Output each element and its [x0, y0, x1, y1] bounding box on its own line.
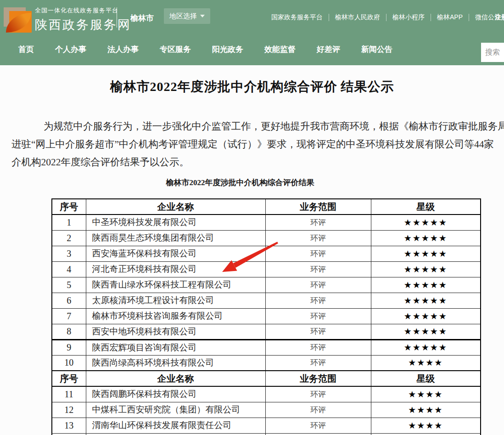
- row-number-cell: 1: [52, 215, 86, 230]
- table-row: 12中煤科工西安研究院（集团）有限公司环评★★★★: [52, 402, 481, 418]
- paragraph-line: 进驻“网上中介服务超市”中介机构考评管理规定（试行）》要求，现将评定的中圣环境科…: [11, 136, 504, 153]
- column-header: 序号: [52, 371, 86, 386]
- table-row: 3西安海蓝环保科技有限公司环评★★★★★: [52, 246, 481, 261]
- table-row: 9陕西宏辉项目咨询有限公司环评★★★★★: [52, 339, 481, 355]
- business-scope-cell: 环评: [265, 261, 371, 277]
- company-name-cell: 陕西尚绿高科环境科技有限公司: [86, 355, 265, 371]
- column-header: 星级: [371, 199, 481, 215]
- business-scope-cell: 环评: [265, 277, 371, 293]
- row-number-cell: 13: [52, 418, 86, 433]
- star-rating-cell: ★★★★★: [371, 261, 481, 277]
- header-link[interactable]: 榆林市人民政府: [329, 13, 386, 22]
- star-rating-cell: ★★★★: [371, 355, 481, 371]
- evaluation-table: 序号企业名称业务范围星级1中圣环境科技发展有限公司环评★★★★★2陕西雨昊生态环…: [51, 198, 481, 435]
- business-scope-cell: 环评: [265, 402, 371, 418]
- star-rating-cell: ★★★★★: [371, 324, 481, 339]
- table-row: 11陕西阔鹏环保科技有限公司环评★★★★: [52, 386, 481, 402]
- column-header: 企业名称: [86, 371, 265, 386]
- table-caption: 榆林市2022年度涉批中介机构综合评价结果: [0, 177, 480, 188]
- main-nav: 首页个人办事法人办事专区服务阳光政务效能监督好差评新闻公告: [18, 44, 392, 55]
- business-scope-cell: 环评: [265, 308, 371, 324]
- row-number-cell: 8: [52, 324, 86, 339]
- business-scope-cell: 环评: [265, 293, 371, 308]
- company-name-cell: 太原核清环境工程设计有限公司: [86, 293, 265, 308]
- nav-item[interactable]: 新闻公告: [361, 44, 392, 55]
- company-name-cell: 陕西阔鹏环保科技有限公司: [86, 386, 265, 402]
- table-header-row: 序号企业名称业务范围星级: [52, 371, 481, 386]
- column-header: 企业名称: [86, 199, 265, 215]
- row-number-cell: 4: [52, 261, 86, 277]
- row-number-cell: 11: [52, 386, 86, 402]
- business-scope-cell: 环评: [265, 355, 371, 371]
- nav-item[interactable]: 好差评: [317, 44, 340, 55]
- company-name-cell: 中圣环境科技发展有限公司: [86, 215, 265, 230]
- company-name-cell: 榆林市环境科技咨询服务有限公司: [86, 308, 265, 324]
- company-name-cell: 中煤科工西安研究院（集团）有限公司: [86, 402, 265, 418]
- nav-item[interactable]: 个人办事: [55, 44, 86, 55]
- paragraph-line: 介机构2022年度综合评价结果予以公示。: [11, 153, 504, 171]
- star-rating-cell: ★★★★★: [371, 308, 481, 324]
- column-header: 序号: [52, 199, 86, 215]
- star-rating-cell: ★★★★★: [371, 230, 481, 246]
- company-name-cell: 西安中地环境科技有限公司: [86, 324, 265, 339]
- company-name-cell: 渭南华山环保科技发展有限责任公司: [86, 418, 265, 433]
- business-scope-cell: 环评: [265, 386, 371, 402]
- nav-item[interactable]: 效能监督: [264, 44, 296, 55]
- masthead: 全国一体化在线政务服务平台 陕西政务服务网 榆林市 地区选择 国家政务服务平台榆…: [0, 0, 504, 65]
- row-number-cell: 12: [52, 402, 86, 418]
- empty-cell: [371, 433, 481, 435]
- star-rating-cell: ★★★★★: [371, 246, 481, 261]
- row-number-cell: 2: [52, 230, 86, 246]
- column-header: 业务范围: [265, 371, 371, 386]
- table-row: 2陕西雨昊生态环境集团有限公司环评★★★★★: [52, 230, 481, 246]
- business-scope-cell: 环评: [265, 339, 371, 355]
- business-scope-cell: 环评: [265, 246, 371, 261]
- empty-cell: [86, 433, 265, 435]
- search-input[interactable]: 搜索: [481, 43, 504, 62]
- paragraph-line: 为规范中介服务行为，进一步强化中介监管工作，更好地提升我市营商环境，根据《榆林市…: [11, 118, 504, 136]
- row-number-cell: 3: [52, 246, 86, 261]
- business-scope-cell: 环评: [265, 230, 371, 246]
- column-header: 星级: [371, 371, 481, 386]
- row-number-cell: 7: [52, 308, 86, 324]
- star-rating-cell: ★★★★★: [371, 293, 481, 308]
- empty-cell: [52, 433, 86, 435]
- header-link[interactable]: 国家政务服务平台: [265, 13, 329, 22]
- brand-divider: [117, 7, 117, 28]
- nav-item[interactable]: 阳光政务: [212, 44, 243, 55]
- nav-item[interactable]: 首页: [18, 44, 34, 55]
- star-rating-cell: ★★★★: [371, 418, 481, 433]
- header-link[interactable]: 榆林小程序: [386, 13, 431, 22]
- column-header: 业务范围: [265, 199, 371, 215]
- table-row: 1中圣环境科技发展有限公司环评★★★★★: [52, 215, 481, 230]
- register-link[interactable]: 注册: [495, 13, 504, 22]
- business-scope-cell: 环评: [265, 215, 371, 230]
- company-name-cell: 陕西雨昊生态环境集团有限公司: [86, 230, 265, 246]
- table-row: 4河北奇正环境科技有限公司环评★★★★★: [52, 261, 481, 277]
- table-row: 6太原核清环境工程设计有限公司环评★★★★★: [52, 293, 481, 308]
- table-row: 5陕西青山绿水环保科技工程有限公司环评★★★★★: [52, 277, 481, 293]
- company-name-cell: 西安海蓝环保科技有限公司: [86, 246, 265, 261]
- nav-item[interactable]: 专区服务: [160, 44, 191, 55]
- company-name-cell: 陕西青山绿水环保科技工程有限公司: [86, 277, 265, 293]
- site-logo-icon: [3, 4, 39, 39]
- company-name-cell: 河北奇正环境科技有限公司: [86, 261, 265, 277]
- row-number-cell: 6: [52, 293, 86, 308]
- region-select-label: 地区选择: [169, 12, 197, 21]
- document-content: 榆林市2022年度涉批中介机构综合评价 结果公示 为规范中介服务行为，进一步强化…: [0, 65, 504, 435]
- table-row-partial: [52, 433, 481, 435]
- table-header-row: 序号企业名称业务范围星级: [52, 199, 481, 215]
- row-number-cell: 9: [52, 339, 86, 355]
- star-rating-cell: ★★★★: [371, 402, 481, 418]
- nav-item[interactable]: 法人办事: [107, 44, 139, 55]
- search-placeholder: 搜索: [485, 48, 500, 57]
- region-select-button[interactable]: 地区选择: [164, 8, 210, 24]
- star-rating-cell: ★★★★★: [371, 339, 481, 355]
- empty-cell: [265, 433, 371, 435]
- company-name-cell: 陕西宏辉项目咨询有限公司: [86, 339, 265, 355]
- table-row: 13渭南华山环保科技发展有限责任公司环评★★★★: [52, 418, 481, 433]
- header-link[interactable]: 榆林APP: [431, 13, 469, 22]
- row-number-cell: 10: [52, 355, 86, 371]
- announcement-paragraph: 为规范中介服务行为，进一步强化中介监管工作，更好地提升我市营商环境，根据《榆林市…: [11, 118, 504, 171]
- table-row: 8西安中地环境科技有限公司环评★★★★★: [52, 324, 481, 339]
